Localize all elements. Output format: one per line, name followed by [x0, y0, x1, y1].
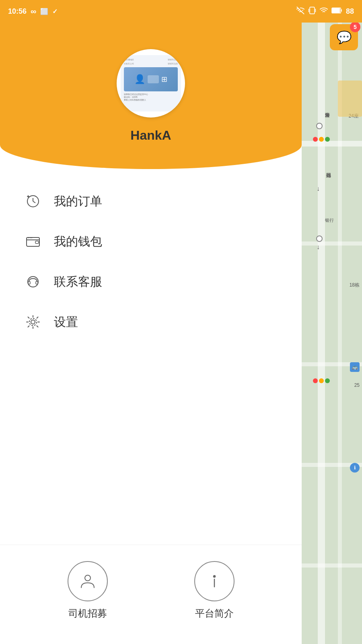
- svg-line-11: [33, 201, 35, 203]
- image-icon: ⬜: [40, 8, 48, 15]
- traffic-light-1: [313, 137, 330, 142]
- chat-button[interactable]: 💬 5: [330, 24, 358, 50]
- platform-intro-button[interactable]: 平台简介: [194, 561, 234, 620]
- battery-outline-icon: [331, 7, 343, 16]
- svg-point-22: [85, 575, 90, 581]
- check-icon: ✓: [52, 8, 58, 15]
- svg-rect-13: [35, 241, 39, 244]
- svg-rect-18: [28, 281, 30, 284]
- headset-icon: [24, 273, 42, 291]
- svg-point-21: [29, 318, 37, 326]
- signal-off-icon: [296, 6, 305, 17]
- time-display: 10:56: [8, 7, 27, 16]
- wallet-label: 我的钱包: [54, 233, 102, 250]
- map-label-bank: 银行: [325, 217, 334, 223]
- driver-icon-circle: [68, 561, 108, 601]
- menu-item-orders[interactable]: 我的订单: [0, 181, 302, 221]
- wifi-icon: [319, 6, 328, 17]
- location-pin-2: [316, 235, 323, 242]
- transit-icon: 🚌: [350, 362, 360, 372]
- nav-arrow-down: ↓: [315, 185, 322, 192]
- order-icon: [24, 192, 42, 210]
- menu-item-settings[interactable]: 设置: [0, 302, 302, 342]
- menu-list: 我的订单 我的钱包: [0, 169, 302, 545]
- nav-arrow-down-2: ↓: [315, 244, 322, 251]
- chat-bubble-icon: 💬: [337, 30, 352, 44]
- card-center-icon: [148, 75, 159, 83]
- svg-point-23: [213, 576, 215, 578]
- info-map-icon: ℹ: [350, 463, 360, 473]
- loop-icon: ∞: [31, 7, 36, 16]
- main-container: 10:56 ∞ ⬜ ✓: [0, 0, 362, 644]
- svg-point-20: [31, 320, 35, 324]
- right-panel: 💬 5 臻汗蒸舍 锦园路 银行 24座 18栋 25: [302, 0, 362, 644]
- menu-item-support[interactable]: 联系客服: [0, 262, 302, 302]
- about-label: 平台简介: [195, 607, 234, 620]
- svg-rect-2: [310, 7, 315, 14]
- svg-rect-12: [27, 237, 39, 246]
- chat-badge: 5: [350, 22, 360, 32]
- settings-label: 设置: [54, 314, 78, 330]
- qr-code-icon: ⊞: [161, 75, 167, 84]
- wallet-icon: [24, 233, 42, 250]
- avatar[interactable]: 辖所属地区 请填写当前 出租车公司 请填写当前 👤 ⊞ 该乘客已经过运营监管中心: [117, 49, 185, 118]
- location-pin-1: [316, 123, 323, 129]
- id-card-line2: 验证码：12345: [124, 96, 178, 99]
- svg-rect-19: [36, 281, 38, 284]
- menu-item-wallet[interactable]: 我的钱包: [0, 221, 302, 262]
- parking-area: [338, 80, 362, 117]
- person-card-icon: 👤: [134, 74, 145, 85]
- info-icon-circle: [194, 561, 234, 601]
- username: HankA: [130, 128, 171, 143]
- map-label-18: 18栋: [350, 282, 360, 289]
- id-card-footer: 乘客上传车势服务需要入: [124, 99, 178, 101]
- left-panel: 10:56 ∞ ⬜ ✓: [0, 0, 302, 644]
- settings-icon: [24, 313, 42, 331]
- orders-label: 我的订单: [54, 193, 102, 210]
- vibrate-icon: [308, 6, 316, 17]
- driver-label: 司机招募: [68, 607, 107, 620]
- traffic-light-2: [313, 378, 330, 383]
- map-background: 💬 5 臻汗蒸舍 锦园路 银行 24座 18栋 25: [302, 0, 362, 644]
- status-left: 10:56 ∞ ⬜ ✓: [8, 7, 58, 16]
- status-right: 88: [296, 6, 354, 17]
- support-label: 联系客服: [54, 274, 102, 290]
- battery-percentage: 88: [346, 7, 354, 16]
- header-area: 辖所属地区 请填写当前 出租车公司 请填写当前 👤 ⊞ 该乘客已经过运营监管中心: [0, 0, 302, 169]
- bottom-buttons: 司机招募 平台简介: [0, 545, 302, 644]
- id-card-preview: 辖所属地区 请填写当前 出租车公司 请填写当前 👤 ⊞ 该乘客已经过运营监管中心: [121, 55, 181, 111]
- driver-recruit-button[interactable]: 司机招募: [68, 561, 108, 620]
- map-label-25: 25: [354, 382, 360, 388]
- id-card-line1: 该乘客已经过运营监管中心: [124, 93, 178, 96]
- svg-rect-7: [332, 8, 340, 12]
- status-bar: 10:56 ∞ ⬜ ✓: [0, 0, 362, 23]
